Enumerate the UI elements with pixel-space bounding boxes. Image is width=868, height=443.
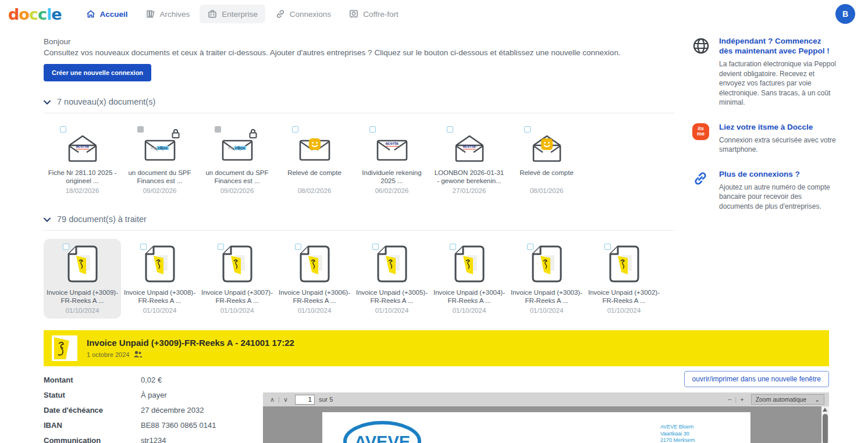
- promo-item: itsme Liez votre itsme à Doccle Connexio…: [692, 122, 837, 155]
- document-checkbox[interactable]: [369, 126, 376, 133]
- document-card[interactable]: Invoice Unpaid (+3002)-FR-Reeks A ... 01…: [585, 239, 663, 319]
- document-date: 01/10/2024: [607, 307, 641, 314]
- document-card[interactable]: Relevé de compte 08/02/2026: [276, 122, 353, 199]
- document-date: 01/10/2024: [530, 307, 564, 314]
- nav-item-accueil[interactable]: Accueil: [78, 5, 136, 23]
- building-icon: [207, 9, 218, 19]
- document-date: 09/02/2026: [220, 187, 254, 194]
- document-checkbox[interactable]: [527, 244, 533, 250]
- promo-body: Ajoutez un autre numéro de compte bancai…: [719, 183, 837, 212]
- pdf-scrollbar[interactable]: [821, 406, 829, 443]
- document-checkbox[interactable]: [137, 126, 144, 133]
- chain-icon: [692, 169, 711, 212]
- zoom-out-icon[interactable]: −: [725, 396, 734, 403]
- pdf-viewport[interactable]: AVEVE Groep AVEVE AVEVE BloemVaartkaai 3…: [263, 406, 829, 443]
- doccle-logo[interactable]: doccle: [8, 5, 62, 23]
- promo-title[interactable]: Liez votre itsme à Doccle: [719, 122, 837, 132]
- greeting-title: Bonjour: [44, 36, 675, 47]
- document-card[interactable]: acerta LOONBON 2026-01-31 - gewone berek…: [431, 122, 508, 199]
- document-card[interactable]: myeBox un document du SPF Finances est .…: [121, 122, 198, 199]
- document-title: Invoice Unpaid (+3003)-FR-Reeks A ...: [510, 288, 583, 305]
- safe-icon: [348, 9, 359, 19]
- logo-letter: l: [47, 5, 51, 23]
- field-row: IBAN BE88 7360 0865 0141: [44, 421, 263, 430]
- nav-item-coffre-fort[interactable]: Coffre-fort: [341, 5, 406, 23]
- acerta-logo: acerta: [76, 144, 88, 149]
- aveve-logo: AVEVE Groep AVEVE: [339, 420, 426, 443]
- document-card[interactable]: Invoice Unpaid (+3006)-FR-Reeks A ... 01…: [276, 239, 353, 319]
- document-title: Individuele rekening 2025 ...: [355, 169, 428, 185]
- document-checkbox[interactable]: [292, 126, 298, 133]
- user-avatar[interactable]: B: [835, 4, 855, 24]
- document-checkbox[interactable]: [218, 244, 224, 250]
- chevron-down-icon: [44, 215, 51, 224]
- section-new-documents[interactable]: 7 nouveau(x) document(s): [44, 97, 675, 113]
- document-card[interactable]: acerta Individuele rekening 2025 ... 06/…: [353, 122, 431, 199]
- field-value: BE88 7360 0865 0141: [141, 421, 216, 430]
- document-card-selected[interactable]: Invoice Unpaid (+3009)-FR-Reeks A ... 01…: [44, 239, 121, 319]
- nav-item-label: Archives: [160, 10, 190, 19]
- lock-icon: [248, 128, 258, 141]
- home-icon: [86, 9, 96, 19]
- document-title: Relevé de compte: [278, 169, 351, 185]
- pdf-address-line: 2170 Merksem: [660, 437, 726, 443]
- document-card[interactable]: acerta Fiche Nr 281.10 2025 - origineel …: [44, 122, 121, 199]
- document-date: 18/02/2026: [66, 187, 99, 194]
- document-card[interactable]: Invoice Unpaid (+3004)-FR-Reeks A ... 01…: [431, 239, 508, 319]
- document-checkbox[interactable]: [450, 244, 456, 250]
- document-checkbox[interactable]: [60, 126, 66, 133]
- document-card[interactable]: Invoice Unpaid (+3008)-FR-Reeks A ... 01…: [121, 239, 198, 319]
- document-title: un document du SPF Finances est ...: [201, 169, 273, 185]
- section-todo-documents-label: 79 document(s) à traiter: [57, 215, 147, 224]
- document-title: Invoice Unpaid (+3008)-FR-Reeks A ...: [123, 288, 196, 305]
- field-value: str1234: [141, 436, 166, 443]
- nav-item-connexions[interactable]: Connexions: [268, 5, 339, 23]
- document-card[interactable]: Relevé de compte 08/01/2026: [508, 122, 585, 199]
- selected-document-title: Invoice Unpaid (+3009)-FR-Reeks A - 2410…: [87, 338, 294, 348]
- smiley-logo: [540, 138, 553, 153]
- field-row: Date d'échéance 27 décembre 2032: [44, 406, 263, 415]
- document-card[interactable]: Invoice Unpaid (+3003)-FR-Reeks A ... 01…: [508, 239, 585, 319]
- logo-letter: o: [19, 5, 29, 23]
- zoom-mode-dropdown[interactable]: Zoom automatique ⌄: [751, 394, 824, 405]
- document-card[interactable]: Invoice Unpaid (+3005)-FR-Reeks A ... 01…: [353, 239, 431, 319]
- pdf-page: AVEVE Groep AVEVE AVEVE BloemVaartkaai 3…: [322, 412, 750, 443]
- selected-document-date: 1 octobre 2024: [87, 351, 129, 358]
- field-label: Date d'échéance: [44, 406, 141, 415]
- promo-body: La facturation électronique via Peppol d…: [719, 59, 837, 108]
- document-checkbox[interactable]: [524, 126, 531, 133]
- promo-title[interactable]: Indépendant ? Commencez dès maintenant a…: [719, 36, 837, 56]
- document-checkbox[interactable]: [447, 126, 453, 133]
- logo-letter: c: [38, 5, 47, 23]
- document-checkbox[interactable]: [140, 244, 147, 250]
- document-checkbox[interactable]: [295, 244, 301, 250]
- pdf-address-line: Vaartkaai 30: [660, 431, 726, 438]
- main-menu: Accueil Archives Enterprise Connexions C…: [78, 5, 836, 23]
- page-down-icon[interactable]: ∨: [281, 396, 290, 403]
- page-number-input[interactable]: [295, 395, 315, 405]
- page-up-icon[interactable]: ∧: [268, 396, 277, 403]
- open-print-new-window-button[interactable]: ouvrir/imprimer dans une nouvelle fenêtr…: [684, 371, 829, 387]
- nav-item-enterprise[interactable]: Enterprise: [200, 5, 265, 23]
- toolbar-separator: |: [278, 396, 280, 403]
- document-card[interactable]: myeBox un document du SPF Finances est .…: [198, 122, 276, 199]
- zoom-in-icon[interactable]: +: [738, 396, 746, 403]
- document-checkbox[interactable]: [215, 126, 221, 133]
- field-value: 27 décembre 2032: [141, 406, 204, 415]
- pdf-scrollbar-thumb[interactable]: [823, 414, 828, 443]
- acerta-logo: acerta: [463, 144, 475, 149]
- nav-item-archives[interactable]: Archives: [138, 5, 198, 23]
- create-connection-button[interactable]: Créer une nouvelle connexion: [44, 64, 151, 81]
- document-checkbox[interactable]: [63, 244, 69, 250]
- scroll-up-icon[interactable]: [823, 408, 827, 412]
- acerta-logo: acerta: [385, 141, 398, 147]
- pdf-address-line: AVEVE Bloem: [660, 424, 726, 431]
- nav-item-label: Enterprise: [222, 10, 258, 19]
- document-checkbox[interactable]: [604, 244, 611, 250]
- document-fields: Montant 0,02 € Statut À payer Date d'éch…: [44, 376, 263, 443]
- document-checkbox[interactable]: [372, 244, 379, 250]
- section-todo-documents[interactable]: 79 document(s) à traiter: [44, 215, 675, 231]
- promo-title[interactable]: Plus de connexions ?: [719, 169, 837, 179]
- document-card[interactable]: Invoice Unpaid (+3007)-FR-Reeks A ... 01…: [198, 239, 276, 319]
- chevron-down-icon: ⌄: [814, 396, 820, 403]
